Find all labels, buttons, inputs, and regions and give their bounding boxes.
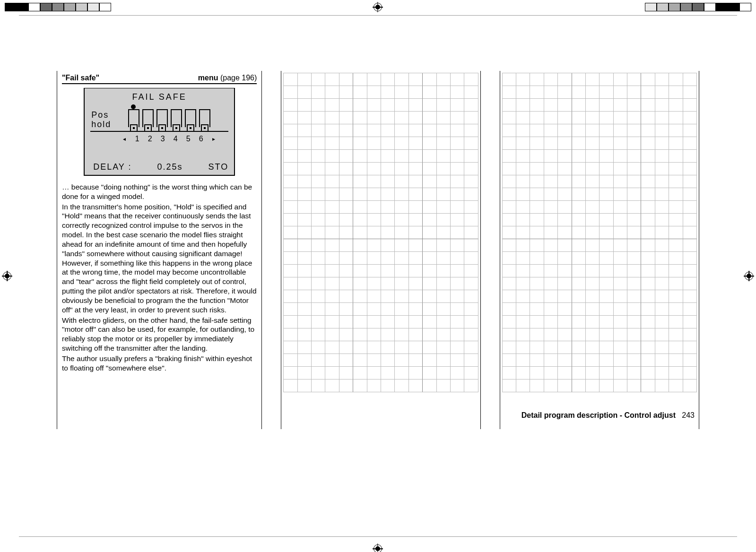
grid-cell <box>353 112 367 124</box>
grid-cell <box>655 277 669 290</box>
grid-cell <box>600 86 613 99</box>
grid-cell <box>572 188 586 201</box>
grid-cell <box>339 188 353 201</box>
grid-cell <box>572 150 586 163</box>
grid-cell <box>503 341 516 354</box>
grid-cell <box>464 367 478 380</box>
color-swatch <box>692 3 704 11</box>
grid-cell <box>530 265 544 277</box>
grid-cell <box>503 201 516 214</box>
lcd-channel-box <box>128 109 139 127</box>
grid-cell <box>325 252 339 265</box>
grid-cell <box>312 341 325 354</box>
grid-cell <box>627 112 641 124</box>
color-swatch <box>680 3 692 11</box>
grid-cell <box>464 316 478 328</box>
lcd-channel-box <box>199 109 210 127</box>
grid-cell <box>544 150 558 163</box>
grid-cell <box>395 354 408 367</box>
grid-cell <box>464 239 478 252</box>
grid-cell <box>367 99 381 112</box>
grid-cell <box>284 290 297 303</box>
grid-cell <box>683 226 697 239</box>
grid-cell <box>655 239 669 252</box>
grid-cell <box>423 137 436 150</box>
grid-cell <box>298 252 312 265</box>
grid-cell <box>614 367 627 380</box>
grid-cell <box>381 175 395 188</box>
top-center-regmark <box>374 3 383 12</box>
grid-cell <box>325 367 339 380</box>
grid-cell <box>381 380 395 392</box>
grid-cell <box>503 328 516 341</box>
grid-cell <box>298 214 312 226</box>
grid-cell <box>325 341 339 354</box>
grid-cell <box>530 188 544 201</box>
grid-cell <box>284 73 297 86</box>
grid-cell <box>572 124 586 137</box>
grid-cell <box>683 201 697 214</box>
grid-cell <box>600 367 613 380</box>
grid-cell <box>503 112 516 124</box>
grid-cell <box>312 112 325 124</box>
grid-cell <box>381 328 395 341</box>
grid-cell <box>395 252 408 265</box>
para-4: The author usually prefers a "braking fi… <box>62 354 257 373</box>
grid-cell <box>325 137 339 150</box>
grid-cell <box>367 265 381 277</box>
grid-cell <box>284 137 297 150</box>
grid-cell <box>451 354 464 367</box>
grid-cell <box>614 316 627 328</box>
grid-cell <box>284 367 297 380</box>
grid-cell <box>409 175 423 188</box>
grid-cell <box>627 252 641 265</box>
grid-cell <box>437 341 451 354</box>
grid-cell <box>572 265 586 277</box>
grid-cell <box>395 341 408 354</box>
grid-cell <box>641 277 655 290</box>
grid-cell <box>600 150 613 163</box>
grid-cell <box>437 99 451 112</box>
grid-cell <box>600 124 613 137</box>
grid-cell <box>558 214 572 226</box>
grid-cell <box>516 265 530 277</box>
grid-cell <box>558 124 572 137</box>
grid-cell <box>395 188 408 201</box>
grid-cell <box>437 163 451 175</box>
grid-cell <box>627 239 641 252</box>
grid-cell <box>544 354 558 367</box>
grid-cell <box>353 290 367 303</box>
grid-cell <box>641 214 655 226</box>
grid-cell <box>614 86 627 99</box>
grid-cell <box>544 124 558 137</box>
grid-cell <box>572 175 586 188</box>
grid-cell <box>312 214 325 226</box>
grid-cell <box>669 303 683 316</box>
grid-cell <box>437 188 451 201</box>
grid-cell <box>325 303 339 316</box>
grid-cell <box>353 150 367 163</box>
header-title: "Fail safe" <box>62 74 99 82</box>
grid-cell <box>298 99 312 112</box>
grid-cell <box>339 303 353 316</box>
grid-cell <box>395 73 408 86</box>
grid-cell <box>339 277 353 290</box>
grid-cell <box>451 137 464 150</box>
grid-cell <box>614 226 627 239</box>
grid-cell <box>298 239 312 252</box>
grid-cell <box>464 226 478 239</box>
grid-cell <box>353 252 367 265</box>
grid-cell <box>367 380 381 392</box>
grid-cell <box>683 290 697 303</box>
grid-cell <box>516 328 530 341</box>
grid-cell <box>683 112 697 124</box>
grid-cell <box>544 367 558 380</box>
right-regmark <box>745 272 753 280</box>
grid-cell <box>437 380 451 392</box>
grid-cell <box>558 99 572 112</box>
grid-cell <box>558 367 572 380</box>
grid-cell <box>600 252 613 265</box>
grid-cell <box>451 252 464 265</box>
grid-cell <box>284 303 297 316</box>
footer-page-number: 243 <box>682 411 695 419</box>
